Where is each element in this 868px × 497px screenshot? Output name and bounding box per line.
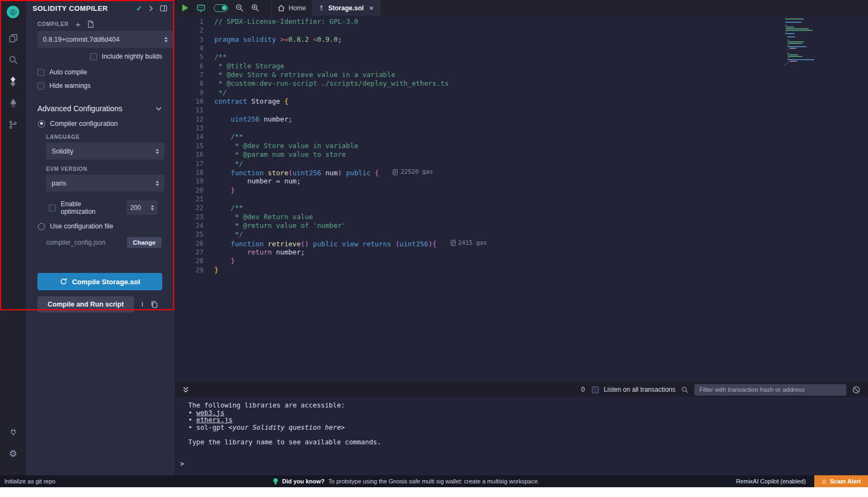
close-tab-icon[interactable]: × — [369, 4, 373, 12]
config-file-name: compiler_config.json — [46, 239, 105, 246]
zoom-in-icon[interactable] — [251, 4, 259, 12]
line-number: 25 — [175, 230, 203, 239]
info-icon[interactable]: i — [142, 301, 143, 308]
run-script-button[interactable] — [182, 4, 188, 11]
change-config-button[interactable]: Change — [127, 237, 162, 248]
language-label: LANGUAGE — [46, 134, 175, 140]
select-arrows-icon — [156, 149, 159, 154]
tab-storage-sol[interactable]: Storage.sol × — [312, 0, 380, 16]
compile-run-button[interactable]: Compile and Run script — [37, 296, 134, 313]
listen-transactions-checkbox[interactable]: Listen on all transactions — [592, 386, 675, 393]
optimization-runs-input[interactable]: 200 — [126, 200, 158, 215]
clear-console-icon[interactable] — [852, 386, 860, 394]
terminal-bullet-item: • web3.js — [188, 410, 868, 417]
library-link[interactable]: ethers.js — [196, 416, 233, 424]
use-config-file-radio[interactable]: Use configuration file — [38, 222, 175, 230]
hide-warnings-checkbox[interactable]: Hide warnings — [37, 82, 175, 90]
solidity-compiler-button[interactable] — [0, 71, 26, 92]
panel-header: SOLIDITY COMPILER ✓ — [26, 0, 175, 16]
line-number: 18 — [175, 168, 203, 177]
line-number: 13 — [175, 124, 203, 132]
auto-compile-label: Auto compile — [49, 68, 87, 76]
did-you-know-tip: Did you know? To prototype using the Gno… — [273, 478, 539, 485]
search-button[interactable] — [0, 49, 26, 71]
plugin-manager-button[interactable] — [0, 421, 26, 443]
code-line: 2 — [175, 26, 868, 35]
line-number: 17 — [175, 160, 203, 168]
gear-icon: ⚙ — [9, 449, 17, 458]
include-nightly-checkbox[interactable]: Include nightly builds — [26, 53, 162, 60]
chevron-right-icon[interactable] — [149, 5, 153, 11]
compiler-configuration-radio[interactable]: Compiler configuration — [38, 120, 175, 128]
advanced-configurations-toggle[interactable]: Advanced Configurations — [37, 104, 162, 113]
language-select[interactable]: Solidity — [46, 143, 164, 160]
line-number: 12 — [175, 115, 203, 124]
code-line: 20 } — [175, 186, 868, 195]
search-icon — [8, 55, 18, 65]
settings-button[interactable]: ⚙ — [0, 443, 26, 464]
add-compiler-icon[interactable]: + — [76, 22, 81, 27]
code-line: 11 — [175, 106, 868, 114]
copilot-toggle[interactable] — [214, 4, 228, 12]
file-explorer-icon — [8, 33, 18, 43]
git-branch-icon — [8, 120, 18, 130]
git-init-status[interactable]: Initialize as git repo — [0, 478, 55, 485]
minimap[interactable] — [785, 18, 814, 66]
toggle-terminal-icon[interactable] — [182, 386, 189, 393]
search-transactions-icon[interactable] — [681, 386, 688, 393]
warning-icon: ⚠ — [821, 478, 827, 485]
terminal-toolbar: 0 Listen on all transactions — [175, 382, 868, 397]
terminal-text: The following libraries are accessible: — [188, 402, 868, 410]
minimap-line — [785, 22, 802, 23]
status-bar: Initialize as git repo Did you know? To … — [0, 475, 868, 487]
code-line: 6 * @title Storage — [175, 62, 868, 71]
plug-icon — [9, 428, 18, 437]
evm-version-select[interactable]: paris — [46, 175, 164, 192]
line-number: 24 — [175, 221, 203, 230]
deploy-run-button[interactable] — [0, 92, 26, 114]
compiler-version-select[interactable]: 0.8.19+commit.7dd6d404 — [37, 31, 173, 48]
code-line: 17 */ — [175, 160, 868, 168]
terminal-prompt[interactable]: > — [180, 460, 184, 468]
main-area: Home Storage.sol × 1// SPDX-License-Iden… — [175, 0, 868, 475]
tab-home[interactable]: Home — [271, 0, 312, 16]
minimap-line — [786, 30, 813, 31]
open-compiler-file-icon[interactable] — [87, 21, 94, 28]
terminal-bullet-item: • sol-gpt <your Solidity question here> — [188, 424, 868, 432]
zoom-out-icon[interactable] — [235, 4, 244, 12]
ai-assistant-icon[interactable] — [196, 3, 206, 12]
number-spinner-icon[interactable] — [151, 205, 154, 211]
minimap-line — [787, 49, 788, 50]
gas-estimate-badge[interactable]: 2415 gas — [451, 239, 487, 247]
line-number: 6 — [175, 62, 203, 71]
remix-logo[interactable] — [5, 4, 21, 20]
terminal[interactable]: The following libraries are accessible:•… — [175, 397, 868, 475]
minimap-line — [788, 41, 804, 42]
pin-panel-icon[interactable] — [160, 5, 167, 11]
compile-button[interactable]: Compile Storage.sol — [37, 273, 162, 290]
code-line: 5/** — [175, 53, 868, 61]
enable-optimization-checkbox[interactable]: Enable optimization — [49, 200, 105, 215]
code-editor[interactable]: 1// SPDX-License-Identifier: GPL-3.023pr… — [175, 16, 868, 382]
code-line: 14 /** — [175, 132, 868, 141]
transaction-filter-input[interactable] — [694, 384, 846, 396]
copilot-status[interactable]: RemixAI Copilot (enabled) — [736, 478, 806, 485]
code-line: 3pragma solidity >=0.8.2 <0.9.0; — [175, 35, 868, 44]
auto-compile-checkbox[interactable]: Auto compile — [37, 68, 175, 76]
checkbox-box — [90, 53, 97, 60]
scam-alert-badge[interactable]: ⚠ Scam Alert — [814, 475, 868, 487]
copy-icon[interactable] — [151, 301, 158, 308]
editor-tabbar: Home Storage.sol × — [175, 0, 868, 16]
line-number: 16 — [175, 150, 203, 159]
tip-text: To prototype using the Gnosis safe multi… — [328, 478, 539, 485]
line-number: 1 — [175, 17, 203, 26]
minimap-line — [785, 25, 787, 26]
line-number: 26 — [175, 239, 203, 248]
code-line: 9 */ — [175, 88, 868, 97]
library-link[interactable]: web3.js — [196, 409, 225, 417]
git-button[interactable] — [0, 114, 26, 136]
gas-estimate-badge[interactable]: 22520 gas — [393, 168, 433, 176]
compiler-configuration-label: Compiler configuration — [50, 120, 118, 128]
file-explorer-button[interactable] — [0, 27, 26, 49]
minimap-line — [788, 58, 789, 59]
